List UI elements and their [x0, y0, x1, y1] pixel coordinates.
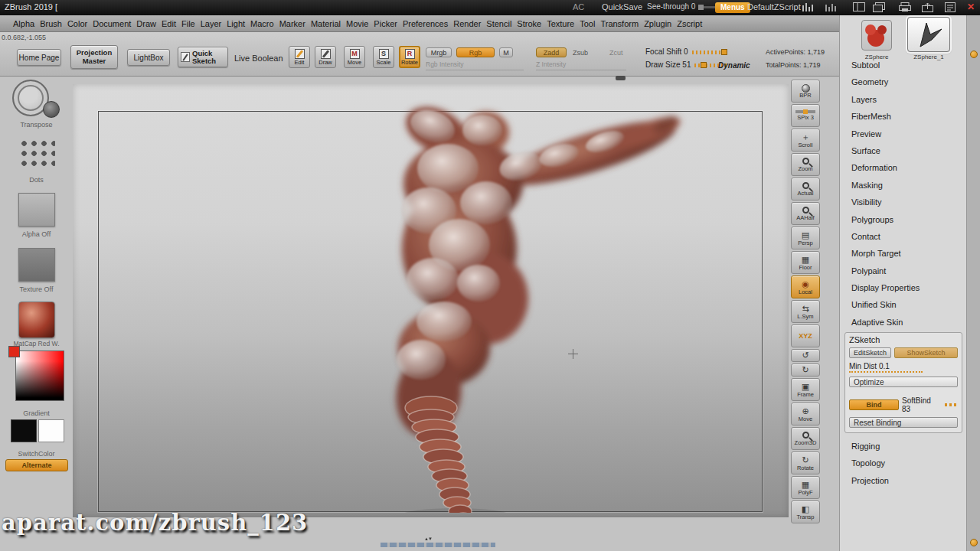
- rotate-mode-button-active[interactable]: R Rotate: [399, 46, 420, 68]
- current-color-chip[interactable]: [8, 346, 20, 357]
- soft-bind-track[interactable]: [945, 403, 958, 406]
- zsub-toggle[interactable]: Zsub: [573, 49, 588, 57]
- section-masking[interactable]: Masking: [840, 177, 967, 194]
- edit-sketch-button[interactable]: EditSketch: [849, 347, 891, 358]
- zadd-toggle[interactable]: Zadd: [536, 47, 567, 57]
- home-page-button[interactable]: Home Page: [17, 49, 61, 66]
- section-adaptive-skin[interactable]: Adaptive Skin: [840, 314, 967, 331]
- section-deformation[interactable]: Deformation: [840, 159, 967, 176]
- floor-button[interactable]: ▦ Floor: [791, 251, 820, 274]
- draw-mode-button[interactable]: Draw: [315, 46, 336, 68]
- active-tool-thumbnail[interactable]: [907, 17, 950, 52]
- zoom-button[interactable]: Zoom: [791, 153, 820, 176]
- menu-stroke[interactable]: Stroke: [517, 19, 541, 28]
- menu-zplugin[interactable]: Zplugin: [644, 19, 671, 28]
- menu-tool[interactable]: Tool: [580, 19, 595, 28]
- scale-mode-button[interactable]: S Scale: [373, 46, 394, 68]
- copy-window-icon[interactable]: [873, 2, 887, 13]
- menu-marker[interactable]: Marker: [279, 19, 305, 28]
- menu-color[interactable]: Color: [67, 19, 87, 28]
- section-geometry[interactable]: Geometry: [840, 73, 967, 90]
- section-subtool[interactable]: Subtool: [840, 57, 967, 73]
- focal-shift-knob[interactable]: [721, 49, 727, 55]
- z-intensity-slider[interactable]: Z Intensity: [536, 60, 626, 70]
- secondary-color-swatch[interactable]: [38, 419, 64, 442]
- rotate-ccw-button[interactable]: ↺: [791, 349, 820, 362]
- xyz-symmetry-button[interactable]: XYZ: [791, 324, 820, 347]
- section-rigging[interactable]: Rigging: [840, 438, 967, 455]
- aahalf-button[interactable]: AAHalf: [791, 202, 820, 225]
- draw-size-slider[interactable]: Draw Size 51: [645, 60, 728, 69]
- section-unified-skin[interactable]: Unified Skin: [840, 296, 967, 313]
- default-zscript-button[interactable]: DefaultZScript: [747, 2, 801, 11]
- menu-zscript[interactable]: Zscript: [677, 19, 702, 28]
- levels-icon[interactable]: [802, 2, 816, 13]
- mrgb-toggle[interactable]: Mrgb: [426, 47, 452, 57]
- frame-button[interactable]: ▣ Frame: [791, 378, 820, 401]
- tray-toggle-dot-top[interactable]: [970, 51, 978, 58]
- export-icon[interactable]: [922, 2, 936, 13]
- menu-brush[interactable]: Brush: [40, 19, 62, 28]
- show-sketch-button[interactable]: ShowSketch: [894, 347, 958, 358]
- spix-track[interactable]: [795, 110, 815, 113]
- menu-movie[interactable]: Movie: [346, 19, 368, 28]
- section-fibermesh[interactable]: FiberMesh: [840, 108, 967, 125]
- zsphere-tool-thumbnail[interactable]: [861, 20, 892, 51]
- m-toggle[interactable]: M: [499, 47, 513, 57]
- optimize-button[interactable]: Optimize: [849, 377, 958, 387]
- alpha-swatch[interactable]: [18, 193, 55, 227]
- zoom3d-button[interactable]: Zoom3D: [791, 427, 820, 450]
- menu-alpha[interactable]: Alpha: [13, 19, 34, 28]
- bind-button-active[interactable]: Bind: [849, 399, 899, 410]
- local-button-active[interactable]: ◉ Local: [791, 276, 820, 298]
- focal-shift-slider[interactable]: Focal Shift 0: [645, 47, 726, 56]
- soft-bind-slider[interactable]: SoftBind 83: [902, 396, 939, 413]
- stroke-dots-swatch[interactable]: [17, 136, 55, 167]
- printer-icon[interactable]: [899, 2, 913, 13]
- menu-draw[interactable]: Draw: [136, 19, 156, 28]
- menus-toggle-button[interactable]: Menus: [715, 2, 750, 13]
- menu-edit[interactable]: Edit: [162, 19, 176, 28]
- dynamic-toggle[interactable]: Dynamic: [718, 61, 750, 70]
- min-dist-slider[interactable]: Min Dist 0.1: [849, 362, 923, 373]
- alternate-button[interactable]: Alternate: [5, 459, 68, 471]
- menu-preferences[interactable]: Preferences: [403, 19, 448, 28]
- projection-master-button[interactable]: Projection Master: [70, 45, 118, 69]
- menu-layer[interactable]: Layer: [201, 19, 222, 28]
- material-swatch[interactable]: [18, 302, 55, 338]
- section-display-properties[interactable]: Display Properties: [840, 279, 967, 296]
- menu-light[interactable]: Light: [227, 19, 245, 28]
- section-surface[interactable]: Surface: [840, 142, 967, 159]
- menu-stencil[interactable]: Stencil: [486, 19, 511, 28]
- menu-file[interactable]: File: [181, 19, 195, 28]
- draw-size-knob[interactable]: [701, 62, 707, 68]
- menu-document[interactable]: Document: [93, 19, 131, 28]
- close-icon[interactable]: ✕: [965, 2, 977, 13]
- quicksave-button[interactable]: QuickSave: [602, 2, 642, 11]
- scroll-button[interactable]: ＋ Scroll: [791, 129, 820, 152]
- section-morph-target[interactable]: Morph Target: [840, 245, 967, 262]
- color-picker-square[interactable]: [15, 350, 64, 401]
- spix-slider[interactable]: SPix 3: [791, 104, 820, 127]
- section-projection[interactable]: Projection: [840, 472, 967, 489]
- menu-render[interactable]: Render: [453, 19, 481, 28]
- section-layers[interactable]: Layers: [840, 91, 967, 108]
- quick-sketch-button[interactable]: Quick Sketch: [178, 47, 228, 67]
- live-boolean-toggle[interactable]: Live Boolean: [234, 54, 283, 63]
- actual-button[interactable]: Actual: [791, 178, 820, 201]
- zcut-toggle[interactable]: Zcut: [609, 49, 623, 57]
- edit-mode-button[interactable]: Edit: [289, 46, 310, 68]
- texture-swatch[interactable]: [18, 248, 55, 282]
- timeline-ruler[interactable]: [381, 543, 495, 547]
- section-topology[interactable]: Topology: [840, 455, 967, 471]
- rgb-intensity-slider[interactable]: Rgb Intensity: [426, 60, 524, 70]
- menu-material[interactable]: Material: [311, 19, 341, 28]
- see-through-knob[interactable]: [698, 5, 704, 10]
- rotate-cw-button[interactable]: ↻: [791, 364, 820, 377]
- move-nav-button[interactable]: ⊕ Move: [791, 403, 820, 425]
- move-mode-button[interactable]: M Move: [344, 46, 365, 68]
- section-contact[interactable]: Contact: [840, 228, 967, 245]
- zsketch-figure[interactable]: [364, 96, 746, 513]
- section-preview[interactable]: Preview: [840, 126, 967, 142]
- note-icon[interactable]: [945, 2, 959, 13]
